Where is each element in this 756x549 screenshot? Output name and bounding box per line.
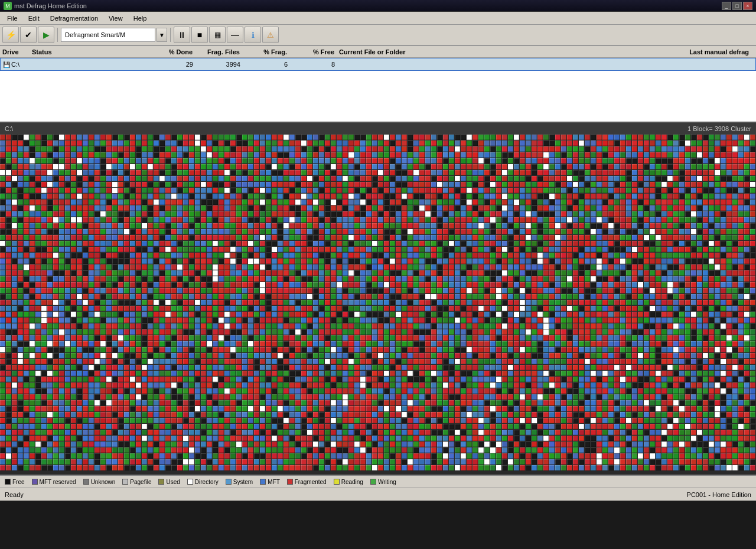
app-icon: M bbox=[4, 2, 12, 10]
legend-mft-label: MFT reserved bbox=[40, 479, 76, 485]
drive-pct-frag: 6 bbox=[245, 61, 292, 68]
legend-free: Free bbox=[5, 479, 25, 485]
defrag-mode-arrow[interactable]: ▼ bbox=[157, 28, 167, 42]
legend-free-box bbox=[5, 479, 11, 485]
legend-used-label: Used bbox=[166, 479, 180, 485]
header-frag: Frag. Files bbox=[197, 48, 245, 55]
defrag-mode-dropdown[interactable]: Defragment Smart/M bbox=[61, 28, 155, 42]
info2-button[interactable]: ⚠ bbox=[262, 27, 279, 43]
legend-mft: MFT bbox=[260, 479, 280, 485]
status-right: PC001 - Home Edition bbox=[687, 491, 751, 498]
header-drive: Drive bbox=[2, 48, 32, 55]
legend-pagefile: Pagefile bbox=[122, 479, 151, 485]
check-button[interactable]: ✔ bbox=[20, 27, 37, 43]
legend-mft-reserved: MFT reserved bbox=[32, 479, 76, 485]
legend-mft-box bbox=[32, 479, 38, 485]
play-button[interactable]: ▶ bbox=[38, 27, 54, 43]
menu-edit[interactable]: Edit bbox=[24, 14, 44, 23]
stop-button[interactable]: ■ bbox=[191, 27, 208, 43]
minimize-button[interactable]: _ bbox=[722, 2, 731, 10]
legend-writing-label: Writing bbox=[378, 479, 396, 485]
legend-mft2-box bbox=[260, 479, 266, 485]
legend-system-box bbox=[226, 479, 232, 485]
menubar: File Edit Defragmentation View Help bbox=[0, 12, 756, 25]
menu-defragmentation[interactable]: Defragmentation bbox=[45, 14, 103, 23]
legend-unknown-label: Unknown bbox=[91, 479, 116, 485]
menu-view[interactable]: View bbox=[104, 14, 128, 23]
diskmap-drive-label: C:\ bbox=[5, 125, 13, 132]
legend-directory-box bbox=[187, 479, 193, 485]
drive-pct-free: 8 bbox=[292, 61, 340, 68]
legend-writing-box bbox=[370, 479, 376, 485]
legend-system-label: System bbox=[233, 479, 253, 485]
legend-frag-box bbox=[287, 479, 293, 485]
header-free: % Free bbox=[292, 48, 339, 55]
legend-mft2-label: MFT bbox=[268, 479, 280, 485]
drive-row-c[interactable]: 💾 C:\ 29 3994 6 8 bbox=[0, 58, 756, 71]
legend: Free MFT reserved Unknown Pagefile Used … bbox=[0, 475, 756, 488]
pause-button[interactable]: ⏸ bbox=[174, 27, 190, 43]
header-status: Status bbox=[32, 48, 150, 55]
diskmap-canvas bbox=[0, 135, 756, 475]
toolbar: ⚡ ✔ ▶ Defragment Smart/M ▼ ⏸ ■ ▦ — ℹ ⚠ bbox=[0, 25, 756, 46]
drive-letter: 💾 C:\ bbox=[3, 61, 32, 68]
header-current: Current File or Folder bbox=[339, 48, 659, 55]
defrag-mode-label: Defragment Smart/M bbox=[65, 31, 125, 38]
toolbar-sep-2 bbox=[170, 28, 171, 42]
legend-unknown-box bbox=[83, 479, 89, 485]
legend-used-box bbox=[158, 479, 164, 485]
maximize-button[interactable]: □ bbox=[732, 2, 742, 10]
legend-free-label: Free bbox=[12, 479, 25, 485]
status-left: Ready bbox=[5, 491, 24, 498]
close-button[interactable]: × bbox=[743, 2, 752, 10]
grid-button[interactable]: ▦ bbox=[209, 27, 226, 43]
diskmap-block-info: 1 Block= 3908 Cluster bbox=[687, 125, 751, 132]
lightning-button[interactable]: ⚡ bbox=[2, 27, 19, 43]
header-pfrag: % Frag. bbox=[245, 48, 292, 55]
toolbar-sep-1 bbox=[57, 28, 58, 42]
drive-list: Drive Status % Done Frag. Files % Frag. … bbox=[0, 46, 756, 123]
header-last: Last manual defrag bbox=[659, 48, 754, 55]
header-done: % Done bbox=[150, 48, 197, 55]
drive-done: 29 bbox=[151, 61, 198, 68]
drive-frag-files: 3994 bbox=[198, 61, 245, 68]
menu-help[interactable]: Help bbox=[129, 14, 152, 23]
minus-button[interactable]: — bbox=[227, 27, 243, 43]
legend-reading: Reading bbox=[334, 479, 363, 485]
legend-pagefile-label: Pagefile bbox=[130, 479, 151, 485]
statusbar: Ready PC001 - Home Edition bbox=[0, 488, 756, 501]
defrag-map bbox=[0, 135, 756, 475]
legend-reading-label: Reading bbox=[341, 479, 363, 485]
legend-pagefile-box bbox=[122, 479, 128, 485]
menu-file[interactable]: File bbox=[2, 14, 22, 23]
legend-reading-box bbox=[334, 479, 340, 485]
legend-directory: Directory bbox=[187, 479, 219, 485]
legend-writing: Writing bbox=[370, 479, 396, 485]
legend-frag-label: Fragmented bbox=[295, 479, 327, 485]
diskmap-header: C:\ 1 Block= 3908 Cluster bbox=[0, 123, 756, 135]
info-button[interactable]: ℹ bbox=[245, 27, 261, 43]
legend-directory-label: Directory bbox=[195, 479, 219, 485]
drive-list-header: Drive Status % Done Frag. Files % Frag. … bbox=[0, 46, 756, 58]
legend-system: System bbox=[226, 479, 253, 485]
title-text: mst Defrag Home Edition bbox=[14, 2, 87, 9]
window-controls[interactable]: _ □ × bbox=[722, 2, 752, 10]
legend-used: Used bbox=[158, 479, 180, 485]
titlebar: M mst Defrag Home Edition _ □ × bbox=[0, 0, 756, 12]
legend-fragmented: Fragmented bbox=[287, 479, 327, 485]
legend-unknown: Unknown bbox=[83, 479, 116, 485]
